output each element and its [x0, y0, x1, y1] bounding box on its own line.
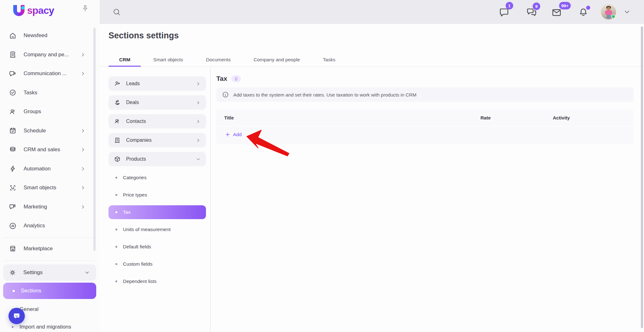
- tab-tasks[interactable]: Tasks: [312, 53, 346, 66]
- sidebar-item-marketing[interactable]: Marketing: [0, 197, 100, 217]
- sidebar-divider: [3, 261, 95, 261]
- column-header-activity: Activity: [553, 115, 634, 120]
- page-scrollbar[interactable]: [641, 26, 643, 328]
- sidebar-item-schedule[interactable]: Schedule: [0, 121, 100, 141]
- table-header-row: Title Rate Activity: [216, 109, 634, 126]
- sidebar-item-label: Tasks: [24, 90, 37, 96]
- subnav-item-default-fields[interactable]: Default fields: [108, 240, 206, 254]
- sidebar-item-label: Automation: [24, 166, 51, 172]
- bullet-dot: [115, 246, 117, 248]
- uspacy-logo-mark-icon: [12, 4, 26, 17]
- sidebar-item-analytics[interactable]: Analytics: [0, 216, 100, 235]
- subnav-item-label: Companies: [126, 137, 152, 143]
- sidebar-item-smart-objects[interactable]: Smart objects: [0, 178, 100, 197]
- pin-sidebar-icon[interactable]: [81, 4, 89, 13]
- sidebar-item-label: Schedule: [24, 128, 46, 134]
- tab-documents[interactable]: Documents: [195, 53, 241, 66]
- sidebar-item-label: Communication ...: [24, 70, 67, 77]
- tab-smart-objects[interactable]: Smart objects: [142, 53, 194, 66]
- notification-dot: [586, 6, 590, 10]
- sidebar-item-label: Import and migrations: [19, 324, 71, 330]
- profile-chevron-down-icon[interactable]: [623, 8, 631, 16]
- sidebar-item-label: Marketplace: [24, 246, 53, 252]
- tax-table: Title Rate Activity Add: [216, 109, 634, 144]
- group-chats-badge: 9: [533, 3, 540, 10]
- home-icon: [9, 32, 17, 40]
- sidebar-item-crm-and-sales[interactable]: CRM and sales: [0, 140, 100, 159]
- check-circle-icon: [9, 89, 17, 97]
- panel-divider: [210, 67, 211, 332]
- messages-button[interactable]: 1: [499, 7, 509, 18]
- subnav-item-price-types[interactable]: Price types: [108, 188, 206, 202]
- subnav-item-label: Units of measurement: [123, 227, 171, 232]
- people-icon: [9, 108, 17, 116]
- scan-u-icon: [9, 184, 17, 192]
- chevron-right-icon: [80, 147, 86, 152]
- sidebar-item-groups[interactable]: Groups: [0, 102, 100, 121]
- subnav-item-custom-fields[interactable]: Custom fields: [108, 257, 206, 271]
- chevron-right-icon: [196, 81, 201, 86]
- subnav-item-categories[interactable]: Categories: [108, 171, 206, 185]
- subnav-item-tax-selected[interactable]: Tax: [108, 205, 206, 219]
- subnav-item-contacts[interactable]: Contacts: [108, 114, 206, 129]
- bullet-dot: [115, 229, 117, 230]
- sidebar-item-company-and-people[interactable]: Company and pe...: [0, 45, 100, 64]
- subnav-item-label: Custom fields: [123, 261, 153, 267]
- sidebar-item-tasks[interactable]: Tasks: [0, 83, 100, 102]
- sidebar-item-settings[interactable]: Settings: [3, 264, 96, 281]
- sidebar-item-label: Analytics: [24, 223, 45, 229]
- sidebar-item-newsfeed[interactable]: Newsfeed: [0, 26, 100, 45]
- support-chat-button[interactable]: [8, 308, 25, 324]
- subnav-item-units-of-measurement[interactable]: Units of measurement: [108, 223, 206, 236]
- chat-bubble-icon: [13, 312, 21, 320]
- sidebar-item-sections-selected[interactable]: Sections: [3, 283, 96, 299]
- content-area: Sections settings CRM Smart objects Docu…: [100, 24, 644, 332]
- column-header-rate: Rate: [480, 115, 553, 120]
- sidebar-item-label: Marketing: [24, 204, 47, 210]
- sidebar-scrollbar[interactable]: [93, 28, 96, 251]
- notifications-button[interactable]: [578, 7, 589, 18]
- gear-icon: [9, 269, 16, 276]
- sidebar-item-marketplace[interactable]: Marketplace: [0, 240, 100, 257]
- subnav-item-label: Leads: [126, 81, 140, 86]
- chevron-right-icon: [80, 52, 86, 58]
- tab-company-and-people[interactable]: Company and people: [243, 53, 310, 66]
- subnav-item-dependent-lists[interactable]: Dependent lists: [108, 274, 206, 288]
- uspacy-logo[interactable]: spacy: [12, 4, 54, 17]
- column-header-title: Title: [224, 115, 480, 120]
- sidebar-item-communication[interactable]: Communication ...: [0, 64, 100, 83]
- sidebar-item-automation[interactable]: Automation: [0, 159, 100, 179]
- subnav-item-companies[interactable]: Companies: [108, 133, 206, 147]
- subnav-item-deals[interactable]: Deals: [108, 95, 206, 110]
- search-icon[interactable]: [112, 8, 121, 16]
- subnav-item-products[interactable]: Products: [108, 152, 206, 166]
- mail-button[interactable]: 99+: [551, 7, 562, 18]
- tab-crm[interactable]: CRM: [108, 53, 141, 66]
- chevron-right-icon: [80, 204, 86, 210]
- sidebar-item-label: CRM and sales: [24, 147, 60, 153]
- sidebar-item-label: Company and pe...: [24, 52, 69, 58]
- subnav-item-leads[interactable]: Leads: [108, 76, 206, 91]
- mail-badge: 99+: [559, 2, 571, 9]
- sidebar-item-label: Sections: [21, 288, 41, 294]
- add-tax-button[interactable]: Add: [216, 126, 634, 143]
- plus-icon: [225, 132, 230, 137]
- company-icon: [114, 137, 121, 144]
- package-icon: [114, 156, 121, 163]
- sidebar-item-label: Newsfeed: [24, 32, 47, 39]
- chevron-down-icon: [84, 270, 90, 275]
- crm-subnav: Leads Deals Contacts Companies Products: [108, 76, 206, 292]
- chevron-right-icon: [196, 119, 201, 124]
- deal-icon: [114, 99, 121, 106]
- subnav-item-label: Products: [126, 156, 146, 162]
- subnav-item-label: Categories: [123, 175, 147, 180]
- lightning-icon: [9, 165, 17, 173]
- sidebar-item-label: Settings: [23, 269, 42, 276]
- bullet-dot: [115, 177, 117, 179]
- subnav-item-label: Tax: [123, 209, 130, 215]
- tax-panel: Tax 0 Add taxes to the system and set th…: [216, 67, 634, 144]
- bullet-dot: [12, 326, 14, 328]
- subnav-item-label: Default fields: [123, 244, 151, 250]
- chevron-right-icon: [80, 128, 86, 134]
- group-chats-button[interactable]: 9: [526, 7, 537, 18]
